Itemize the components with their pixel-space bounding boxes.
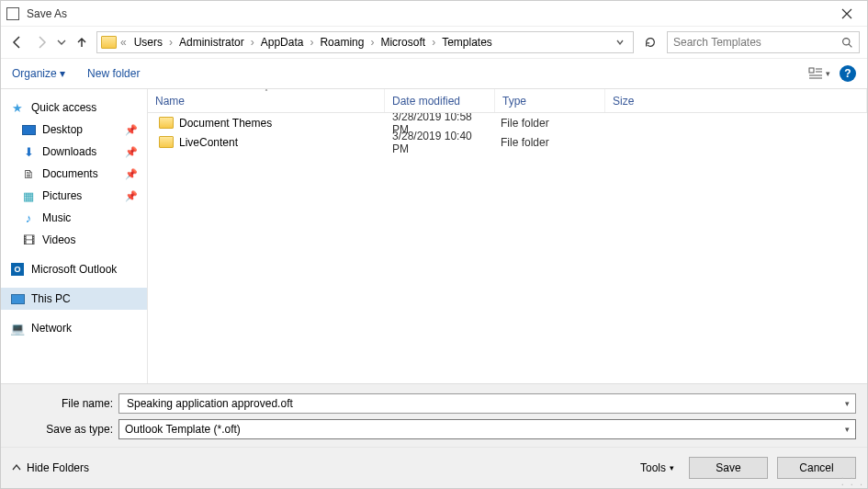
nav-videos[interactable]: 🎞 Videos: [1, 229, 147, 251]
filename-label: File name:: [12, 397, 113, 410]
breadcrumb-item[interactable]: Administrator: [175, 34, 248, 51]
up-button[interactable]: [73, 33, 91, 51]
breadcrumb-item[interactable]: Roaming: [316, 34, 367, 51]
breadcrumbs: Users› Administrator› AppData› Roaming› …: [130, 34, 614, 51]
file-row[interactable]: LiveContent 3/28/2019 10:40 PM File fold…: [148, 132, 867, 152]
folder-icon: [159, 136, 174, 148]
pictures-icon: ▦: [21, 188, 36, 203]
nav-music[interactable]: ♪ Music: [1, 207, 147, 229]
save-as-type-label: Save as type:: [12, 423, 113, 436]
col-date[interactable]: Date modified: [385, 89, 495, 112]
nav-desktop[interactable]: Desktop 📌: [1, 119, 147, 141]
search-input[interactable]: Search Templates: [667, 31, 860, 53]
network-icon: 💻: [10, 321, 25, 335]
recent-locations-dropdown[interactable]: [56, 33, 67, 51]
file-row[interactable]: Document Themes 3/28/2019 10:58 PM File …: [148, 113, 867, 132]
save-as-type-field[interactable]: Outlook Template (*.oft) ▾: [118, 419, 856, 439]
filename-field[interactable]: ▾: [118, 393, 856, 414]
pin-icon: 📌: [125, 168, 138, 180]
refresh-button[interactable]: [639, 31, 661, 53]
breadcrumb-item[interactable]: Microsoft: [377, 34, 429, 51]
folder-icon: [101, 36, 117, 49]
star-icon: ★: [10, 100, 25, 115]
nav-row: « Users› Administrator› AppData› Roaming…: [1, 27, 867, 58]
pin-icon: 📌: [125, 124, 138, 136]
tools-menu[interactable]: Tools ▾: [635, 461, 680, 474]
downloads-icon: ⬇: [21, 144, 36, 159]
hide-folders-button[interactable]: Hide Folders: [12, 461, 89, 474]
col-type[interactable]: Type: [495, 89, 605, 112]
view-options[interactable]: ▾: [808, 67, 830, 80]
videos-icon: 🎞: [21, 233, 36, 247]
toolbar: Organize ▾ New folder ▾ ?: [1, 58, 867, 89]
column-headers: Name ˄ Date modified Type Size: [148, 89, 867, 113]
resize-grip[interactable]: . .. . .: [841, 472, 864, 485]
new-folder-button[interactable]: New folder: [87, 67, 140, 80]
nav-pictures[interactable]: ▦ Pictures 📌: [1, 185, 147, 207]
back-button[interactable]: [8, 33, 27, 51]
forward-button[interactable]: [32, 33, 51, 51]
folder-icon: [159, 117, 174, 129]
sort-ascending-icon: ˄: [148, 88, 384, 97]
close-button[interactable]: [832, 3, 862, 25]
organize-menu[interactable]: Organize ▾: [12, 67, 65, 80]
chevron-down-icon[interactable]: ▾: [840, 399, 850, 408]
nav-network[interactable]: 💻 Network: [1, 317, 147, 339]
chevron-down-icon[interactable]: ▾: [840, 425, 850, 434]
help-button[interactable]: ?: [840, 65, 856, 82]
nav-downloads[interactable]: ⬇ Downloads 📌: [1, 141, 147, 163]
nav-quick-access[interactable]: ★ Quick access: [1, 97, 147, 119]
breadcrumb-item[interactable]: Templates: [438, 34, 496, 51]
navigation-pane: ★ Quick access Desktop 📌 ⬇ Downloads 📌 🗎…: [1, 89, 148, 383]
music-icon: ♪: [21, 210, 36, 225]
breadcrumb-item[interactable]: AppData: [257, 34, 308, 51]
nav-outlook[interactable]: O Microsoft Outlook: [1, 258, 147, 280]
breadcrumb-overflow[interactable]: «: [118, 36, 129, 49]
breadcrumb-item[interactable]: Users: [130, 34, 166, 51]
col-size[interactable]: Size: [605, 89, 867, 112]
pc-icon: [10, 291, 25, 306]
outlook-icon: O: [10, 262, 25, 277]
documents-icon: 🗎: [21, 166, 36, 181]
search-placeholder: Search Templates: [673, 36, 761, 49]
title-bar: Save As: [1, 1, 867, 27]
file-list-area: Name ˄ Date modified Type Size Document …: [148, 89, 867, 383]
pin-icon: 📌: [125, 190, 138, 202]
window-icon: [6, 7, 19, 20]
col-name[interactable]: Name ˄: [148, 89, 385, 112]
desktop-icon: [21, 122, 36, 137]
search-icon: [841, 37, 853, 49]
save-form: File name: ▾ Save as type: Outlook Templ…: [1, 383, 867, 447]
svg-rect-1: [809, 68, 814, 73]
svg-point-0: [843, 38, 850, 44]
filename-input[interactable]: [125, 396, 840, 411]
nav-this-pc[interactable]: This PC: [1, 288, 147, 310]
window-title: Save As: [27, 7, 67, 20]
save-as-type-value: Outlook Template (*.oft): [125, 423, 241, 436]
pin-icon: 📌: [125, 146, 138, 158]
nav-documents[interactable]: 🗎 Documents 📌: [1, 163, 147, 185]
address-bar[interactable]: « Users› Administrator› AppData› Roaming…: [96, 31, 634, 53]
address-dropdown[interactable]: [616, 39, 629, 46]
save-button[interactable]: Save: [689, 457, 768, 479]
dialog-footer: Hide Folders Tools ▾ Save Cancel: [1, 447, 867, 488]
